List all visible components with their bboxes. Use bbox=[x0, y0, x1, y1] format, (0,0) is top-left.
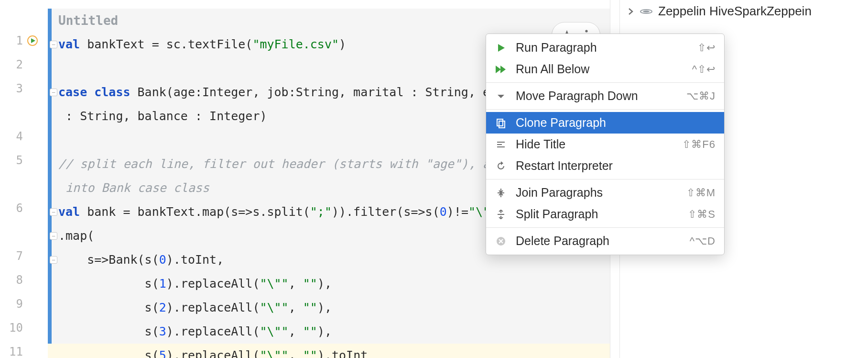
code-token-p: ).replaceAll( bbox=[166, 324, 260, 338]
paragraph-context-menu: Run Paragraph⇧↩Run All Below^⇧↩Move Para… bbox=[486, 34, 725, 255]
menu-item-join-paragraphs[interactable]: Join Paragraphs⇧⌘M bbox=[486, 182, 724, 203]
code-token-p: ), bbox=[317, 301, 332, 314]
fold-handle[interactable]: – bbox=[50, 89, 57, 96]
code-token-p: ) bbox=[339, 37, 346, 51]
code-line[interactable]: s(2).replaceAll("\"", ""), bbox=[58, 296, 610, 320]
code-token-p: .map( bbox=[58, 229, 94, 243]
chevron-right-icon bbox=[627, 8, 634, 15]
menu-separator bbox=[486, 227, 724, 228]
gutter-row: 8 bbox=[0, 268, 48, 292]
fold-handle[interactable]: – bbox=[50, 208, 57, 216]
code-token-p: ), bbox=[317, 324, 332, 338]
gutter-row bbox=[0, 172, 48, 196]
code-token-str: ";" bbox=[310, 205, 332, 219]
code-token-str: "myFile.csv" bbox=[252, 37, 339, 51]
code-token-p: s( bbox=[58, 277, 159, 291]
code-token-p: ).replaceAll( bbox=[166, 348, 260, 358]
fold-handle[interactable]: – bbox=[50, 41, 57, 48]
code-token-str: "\"" bbox=[260, 348, 288, 358]
code-token-p: , bbox=[289, 348, 303, 358]
gutter-row: 10 bbox=[0, 316, 48, 340]
code-token-p: s=>Bank(s( bbox=[58, 253, 159, 267]
menu-item-label: Clone Paragraph bbox=[516, 116, 707, 130]
line-number: 1 bbox=[0, 34, 23, 47]
menu-item-run-all-below[interactable]: Run All Below^⇧↩ bbox=[486, 58, 724, 80]
code-line[interactable]: s(5).replaceAll("\"", "").toInt bbox=[48, 344, 610, 358]
gutter-row: 11 bbox=[0, 340, 48, 358]
join-icon bbox=[495, 187, 507, 199]
code-token-p: )!= bbox=[447, 205, 468, 219]
svg-point-5 bbox=[643, 10, 650, 12]
code-token-str: "" bbox=[303, 277, 317, 291]
gutter-row: 5 bbox=[0, 148, 48, 172]
gutter-row: 3 bbox=[0, 77, 48, 101]
editor-gutter: 123456789101112 bbox=[0, 0, 48, 358]
run-gutter-icon[interactable] bbox=[23, 35, 42, 46]
menu-item-shortcut: ⇧⌘S bbox=[688, 208, 716, 221]
code-token-p: ), bbox=[317, 277, 332, 291]
code-token-p: , bbox=[289, 324, 303, 338]
code-token-p: Bank(age:Integer, job:String, marital : … bbox=[130, 85, 519, 99]
menu-item-label: Split Paragraph bbox=[516, 207, 679, 221]
code-token-p: bank = bankText.map(s=>s.split( bbox=[80, 205, 310, 219]
menu-item-shortcut: ^⇧↩ bbox=[692, 63, 716, 76]
menu-item-shortcut: ⇧⌘F6 bbox=[682, 138, 716, 151]
code-token-num: 0 bbox=[440, 205, 447, 219]
menu-item-run-paragraph[interactable]: Run Paragraph⇧↩ bbox=[486, 37, 724, 58]
code-token-p: : String, balance : Integer) bbox=[58, 109, 267, 123]
line-number: 10 bbox=[0, 321, 23, 335]
menu-item-split-paragraph[interactable]: Split Paragraph⇧⌘S bbox=[486, 203, 724, 225]
code-line[interactable]: s(3).replaceAll("\"", ""), bbox=[58, 320, 610, 344]
code-token-num: 0 bbox=[159, 253, 166, 267]
menu-item-label: Run Paragraph bbox=[516, 41, 689, 55]
fold-handle[interactable]: – bbox=[50, 232, 57, 240]
code-token-p: , bbox=[289, 301, 303, 314]
line-number: 4 bbox=[0, 130, 23, 143]
notebook-icon bbox=[640, 6, 652, 17]
tree-item-label: Zeppelin HiveSparkZeppein bbox=[658, 4, 812, 19]
menu-separator bbox=[486, 109, 724, 110]
menu-item-clone-paragraph[interactable]: Clone Paragraph bbox=[486, 112, 724, 134]
line-number: 3 bbox=[0, 82, 23, 95]
code-token-str: "\"" bbox=[260, 324, 288, 338]
code-token-p: ).replaceAll( bbox=[166, 301, 260, 314]
gutter-row bbox=[0, 101, 48, 124]
code-token-kw: val bbox=[58, 37, 80, 51]
code-token-str: "" bbox=[303, 324, 317, 338]
menu-item-restart-interpreter[interactable]: Restart Interpreter bbox=[486, 155, 724, 177]
line-number: 8 bbox=[0, 273, 23, 287]
fold-handle[interactable]: – bbox=[50, 256, 57, 264]
code-token-num: 1 bbox=[159, 277, 166, 291]
app-root: 123456789101112 Untitled –val bankText =… bbox=[0, 0, 868, 358]
menu-item-label: Join Paragraphs bbox=[516, 186, 678, 200]
code-token-num: 3 bbox=[159, 324, 166, 338]
code-token-p: ).toInt bbox=[317, 348, 368, 358]
code-token-p: , bbox=[289, 277, 303, 291]
menu-separator bbox=[486, 82, 724, 83]
code-token-num: 5 bbox=[159, 348, 166, 358]
svg-rect-7 bbox=[499, 121, 505, 128]
menu-item-label: Restart Interpreter bbox=[516, 159, 707, 173]
menu-item-label: Delete Paragraph bbox=[516, 234, 681, 248]
line-number: 6 bbox=[0, 201, 23, 215]
code-token-cm: into Bank case class bbox=[58, 181, 209, 195]
arrow-down-icon bbox=[495, 90, 507, 102]
menu-item-label: Move Paragraph Down bbox=[516, 89, 678, 103]
code-token-str: "\"" bbox=[260, 301, 288, 314]
code-line[interactable]: s(1).replaceAll("\"", ""), bbox=[58, 272, 610, 296]
menu-item-shortcut: ⇧⌘M bbox=[686, 187, 716, 199]
tree-item-zeppelin[interactable]: Zeppelin HiveSparkZeppein bbox=[620, 2, 868, 21]
cell-title: Untitled bbox=[48, 9, 610, 33]
code-token-str: "" bbox=[303, 301, 317, 314]
cell-run-strip[interactable] bbox=[48, 9, 52, 358]
svg-rect-6 bbox=[497, 119, 503, 126]
code-token-cm: // split each line, filter out header (s… bbox=[58, 157, 519, 171]
code-token-p: s( bbox=[58, 301, 159, 314]
gutter-row: 1 bbox=[0, 29, 48, 53]
menu-separator bbox=[486, 179, 724, 179]
code-token-p: ).toInt, bbox=[166, 253, 224, 267]
menu-item-shortcut: ⇧↩ bbox=[697, 42, 716, 54]
menu-item-hide-title[interactable]: Hide Title⇧⌘F6 bbox=[486, 134, 724, 155]
menu-item-delete-paragraph[interactable]: Delete Paragraph^⌥D bbox=[486, 230, 724, 252]
menu-item-move-paragraph-down[interactable]: Move Paragraph Down⌥⌘J bbox=[486, 85, 724, 107]
